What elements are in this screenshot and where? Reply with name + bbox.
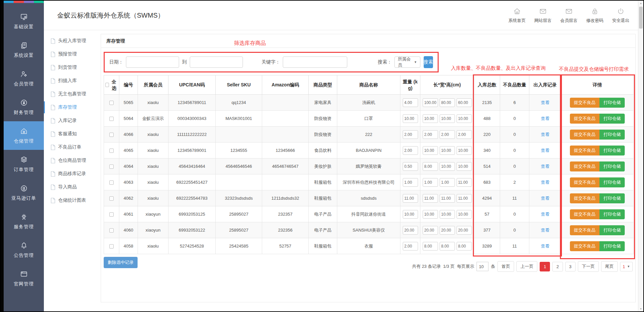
scroll-down-arrow[interactable]: ▼ [638, 308, 643, 310]
print-storage-button[interactable]: 打印仓储 [599, 98, 625, 108]
length-input[interactable] [423, 178, 438, 187]
submenu-item-first-leg-inbound[interactable]: 头程入库管理 [44, 34, 98, 48]
keyword-input[interactable] [283, 56, 347, 68]
height-input[interactable] [457, 130, 472, 139]
width-input[interactable] [440, 130, 455, 139]
sidebar-item-amazon-orders[interactable]: 亚马逊订单 [4, 178, 44, 207]
height-input[interactable] [457, 178, 472, 187]
width-input[interactable] [440, 98, 455, 107]
view-record-link[interactable]: 查看 [541, 116, 550, 121]
length-input[interactable] [423, 98, 438, 107]
view-record-link[interactable]: 查看 [541, 148, 550, 153]
submenu-item-relocation-records[interactable]: 商品移库记录 [44, 167, 98, 180]
height-input[interactable] [457, 194, 472, 203]
height-input[interactable] [457, 146, 472, 155]
sidebar-item-order-management[interactable]: 订单管理 [4, 150, 44, 178]
submit-defective-button[interactable]: 提交不良品 [570, 209, 599, 219]
row-checkbox[interactable] [109, 149, 114, 153]
submenu-item-inventory[interactable]: 库存管理 [44, 101, 98, 114]
width-input[interactable] [440, 210, 455, 219]
width-input[interactable] [440, 242, 455, 251]
print-storage-button[interactable]: 打印仓储 [599, 209, 625, 219]
submenu-item-unclaimed-packages[interactable]: 无主包裹管理 [44, 87, 98, 101]
last-page-button[interactable]: 尾页 [601, 261, 618, 272]
page-button-1[interactable]: 1 [540, 262, 550, 271]
sidebar-item-announcement-management[interactable]: 公告管理 [4, 236, 44, 264]
width-input[interactable] [440, 114, 455, 123]
sidebar-item-system-settings[interactable]: 系统设置 [4, 36, 44, 64]
print-storage-button[interactable]: 打印仓储 [599, 193, 625, 203]
weight-input[interactable] [403, 130, 418, 139]
print-storage-button[interactable]: 打印仓储 [599, 241, 625, 251]
submit-defective-button[interactable]: 提交不良品 [570, 161, 599, 171]
row-checkbox[interactable] [109, 244, 114, 249]
member-select[interactable]: 所属会员 ▼ [394, 56, 420, 68]
sidebar-item-website-management[interactable]: 官网管理 [4, 264, 44, 293]
width-input[interactable] [440, 162, 455, 171]
row-checkbox[interactable] [109, 117, 114, 121]
sidebar-item-basic-settings[interactable]: 基础设置 [4, 7, 44, 36]
row-checkbox[interactable] [109, 196, 114, 201]
submit-defective-button[interactable]: 提交不良品 [570, 177, 599, 187]
header-link-change-password[interactable]: 修改密码 [586, 7, 603, 24]
print-storage-button[interactable]: 打印仓储 [599, 177, 625, 187]
date-from-input[interactable] [126, 56, 179, 68]
row-checkbox[interactable] [109, 164, 114, 169]
view-record-link[interactable]: 查看 [541, 196, 550, 201]
submenu-item-import-products[interactable]: 导入商品 [44, 180, 98, 194]
date-to-input[interactable] [190, 56, 243, 68]
row-checkbox[interactable] [109, 180, 114, 185]
header-link-logout[interactable]: 安全退出 [612, 7, 629, 24]
sidebar-item-member-management[interactable]: 会员管理 [4, 64, 44, 93]
submit-defective-button[interactable]: 提交不良品 [570, 146, 599, 156]
weight-input[interactable] [403, 98, 418, 107]
height-input[interactable] [457, 114, 472, 123]
height-input[interactable] [457, 226, 472, 235]
length-input[interactable] [423, 194, 438, 203]
scroll-up-arrow[interactable]: ▲ [638, 2, 643, 4]
print-storage-button[interactable]: 打印仓储 [599, 114, 625, 124]
print-storage-button[interactable]: 打印仓储 [599, 146, 625, 156]
length-input[interactable] [423, 226, 438, 235]
sidebar-item-warehouse-management[interactable]: 仓储管理 [4, 121, 44, 150]
view-record-link[interactable]: 查看 [541, 212, 550, 217]
sidebar-item-service-management[interactable]: 服务管理 [4, 207, 44, 236]
height-input[interactable] [457, 98, 472, 107]
length-input[interactable] [423, 130, 438, 139]
weight-input[interactable] [403, 162, 418, 171]
submit-defective-button[interactable]: 提交不良品 [570, 114, 599, 124]
length-input[interactable] [423, 114, 438, 123]
width-input[interactable] [440, 146, 455, 155]
view-record-link[interactable]: 查看 [541, 132, 550, 137]
width-input[interactable] [440, 226, 455, 235]
weight-input[interactable] [403, 242, 418, 251]
weight-input[interactable] [403, 146, 418, 155]
view-record-link[interactable]: 查看 [541, 100, 550, 105]
page-button-3[interactable]: 3 [565, 262, 576, 271]
view-record-link[interactable]: 查看 [541, 228, 550, 233]
first-page-button[interactable]: 首页 [497, 261, 514, 272]
print-storage-button[interactable]: 打印仓储 [599, 161, 625, 171]
header-link-home[interactable]: 系统首页 [508, 7, 526, 24]
width-input[interactable] [440, 178, 455, 187]
row-checkbox[interactable] [109, 133, 114, 137]
prev-page-button[interactable]: 上一页 [516, 261, 537, 272]
header-link-member-messages[interactable]: 会员留言 [560, 7, 578, 24]
next-page-button[interactable]: 下一页 [578, 261, 599, 272]
length-input[interactable] [423, 146, 438, 155]
select-all-checkbox[interactable] [105, 83, 109, 87]
submenu-item-arrival[interactable]: 到货管理 [44, 61, 98, 74]
row-checkbox[interactable] [109, 212, 114, 217]
search-button[interactable]: 搜索 [424, 56, 433, 68]
submit-defective-button[interactable]: 提交不良品 [570, 130, 599, 140]
height-input[interactable] [457, 162, 472, 171]
length-input[interactable] [423, 210, 438, 219]
weight-input[interactable] [403, 114, 418, 123]
submenu-item-service-notice[interactable]: 客服通知 [44, 127, 98, 141]
row-checkbox[interactable] [109, 228, 114, 233]
height-input[interactable] [457, 210, 472, 219]
width-input[interactable] [440, 194, 455, 203]
submenu-item-storage-charts[interactable]: 仓储统计图表 [44, 194, 98, 207]
vertical-scrollbar[interactable]: ▲ ▼ [638, 1, 643, 311]
row-checkbox[interactable] [109, 101, 114, 105]
